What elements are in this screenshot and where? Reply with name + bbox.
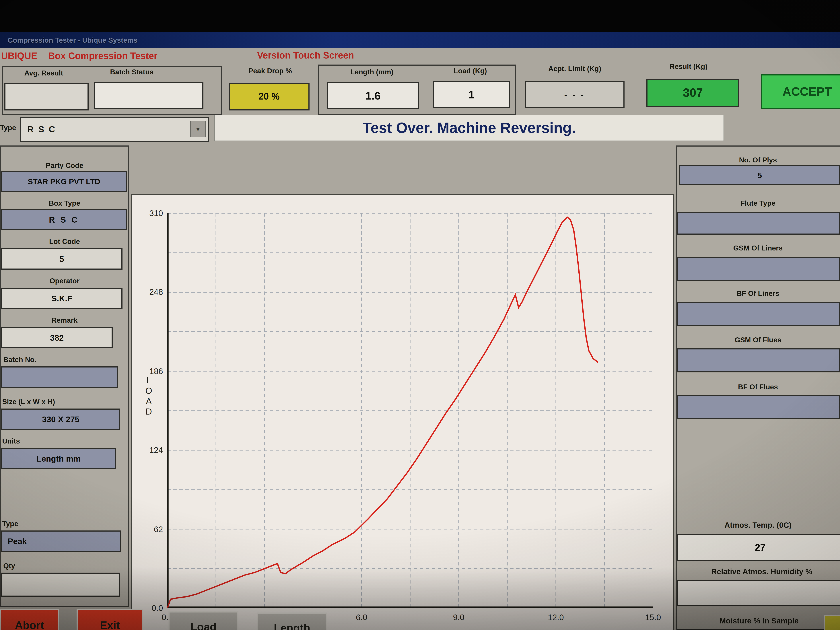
x-axis-tick: 9.0: [445, 613, 472, 622]
batch-no-label: Batch No.: [1, 355, 130, 364]
chevron-down-icon[interactable]: ▼: [190, 121, 205, 137]
units-field[interactable]: Length mm: [1, 448, 116, 469]
y-axis-tick: 310: [133, 208, 163, 218]
box-type-label: Box Type: [1, 199, 128, 207]
accept-button[interactable]: ACCEPT: [761, 74, 840, 109]
humidity-field[interactable]: [677, 580, 840, 606]
load-curve: [167, 217, 598, 608]
load-label: Load (Kg): [432, 67, 508, 75]
window-titlebar: Compression Tester - Ubique Systems: [0, 32, 840, 48]
y-axis-title: L O A D: [143, 375, 154, 417]
type-selector-label: Type: [0, 123, 19, 132]
batch-status-field: [94, 82, 204, 109]
no-of-plys-field[interactable]: 5: [679, 165, 840, 185]
chart-panel: 0.0621241862483100.03.06.09.012.015.0 L …: [131, 194, 674, 630]
batch-status-label: Batch Status: [96, 68, 167, 76]
peak-drop-label: Peak Drop %: [232, 67, 308, 75]
length-field: 1.6: [327, 82, 419, 109]
avg-result-label: Avg. Result: [5, 69, 82, 77]
result-label: Result (Kg): [650, 62, 727, 71]
peak-drop-field: 20 %: [229, 83, 309, 111]
result-field: 307: [646, 79, 739, 107]
box-type-field[interactable]: R S C: [1, 209, 127, 230]
remark-label: Remark: [1, 316, 128, 324]
y-axis-tick: 124: [133, 445, 163, 455]
yellow-button-fragment[interactable]: [824, 615, 840, 630]
atmos-temp-label: Atmos. Temp. (0C): [677, 521, 839, 529]
status-message-bar: Test Over. Machine Reversing.: [215, 115, 724, 141]
exit-button[interactable]: Exit: [77, 609, 143, 630]
test-type-label: Type: [1, 519, 129, 528]
app-window: UBIQUE Box Compression Tester Version To…: [0, 48, 840, 630]
moisture-field[interactable]: [677, 629, 840, 630]
lot-code-label: Lot Code: [1, 237, 128, 246]
bf-of-liners-label: BF Of Liners: [677, 289, 839, 297]
gsm-of-flues-field[interactable]: [677, 348, 840, 373]
x-axis-tick: 15.0: [640, 613, 666, 622]
test-type-field[interactable]: Peak: [1, 531, 122, 552]
box-type-dropdown[interactable]: R S C ▼: [20, 117, 209, 142]
y-axis-tick: 62: [133, 524, 163, 534]
abort-button[interactable]: Abort: [0, 609, 59, 630]
size-label: Size (L x W x H): [1, 398, 129, 406]
no-of-plys-label: No. Of Plys: [677, 156, 839, 164]
monitor-bezel: [0, 0, 840, 32]
brand-text: UBIQUE: [1, 51, 37, 62]
qty-field[interactable]: [1, 573, 120, 597]
lot-code-field[interactable]: 5: [1, 248, 123, 270]
flute-type-label: Flute Type: [677, 199, 839, 207]
party-code-field[interactable]: STAR PKG PVT LTD: [1, 171, 127, 192]
moisture-label: Moisture % In Sample: [677, 616, 840, 625]
operator-field[interactable]: S.K.F: [1, 287, 123, 309]
load-field: 1: [433, 81, 510, 108]
status-message: Test Over. Machine Reversing.: [363, 120, 576, 137]
monitor-photo: Compression Tester - Ubique Systems UBIQ…: [0, 0, 840, 630]
operator-label: Operator: [1, 277, 128, 285]
remark-field[interactable]: 382: [1, 327, 113, 348]
box-type-dropdown-value: R S C: [21, 125, 56, 134]
length-button[interactable]: Length: [257, 613, 327, 630]
bf-of-liners-field[interactable]: [677, 302, 840, 326]
y-axis-tick: 248: [133, 287, 163, 297]
party-code-label: Party Code: [1, 161, 128, 169]
qty-label: Qty: [1, 562, 130, 570]
gsm-of-flues-label: GSM Of Flues: [677, 336, 839, 344]
acpt-limit-label: Acpt. Limit (Kg): [526, 65, 624, 73]
batch-no-field[interactable]: [1, 366, 118, 388]
gsm-of-liners-field[interactable]: [677, 257, 840, 281]
bf-of-flues-field[interactable]: [677, 395, 840, 419]
flute-type-field[interactable]: [677, 212, 840, 235]
atmos-temp-field[interactable]: 27: [677, 534, 840, 561]
bf-of-flues-label: BF Of Flues: [677, 383, 839, 391]
window-title: Compression Tester - Ubique Systems: [0, 36, 137, 44]
length-label: Length (mm): [328, 68, 415, 76]
acpt-limit-field: - - -: [525, 81, 625, 108]
left-parameters-panel: Party Code STAR PKG PVT LTD Box Type R S…: [0, 145, 129, 607]
y-axis-tick: 186: [133, 366, 163, 376]
size-field[interactable]: 330 X 275: [1, 409, 120, 430]
humidity-label: Relative Atmos. Humidity %: [677, 567, 840, 576]
load-button[interactable]: Load: [169, 611, 238, 630]
units-label: Units: [1, 437, 129, 445]
app-title: Box Compression Tester: [48, 51, 158, 62]
right-parameters-panel: No. Of Plys 5 Flute Type GSM Of Liners B…: [676, 145, 840, 630]
gsm-of-liners-label: GSM Of Liners: [677, 244, 839, 252]
app-header: UBIQUE Box Compression Tester Version To…: [0, 49, 840, 63]
x-axis-tick: 12.0: [543, 613, 569, 622]
avg-result-field: [5, 83, 88, 111]
x-axis-tick: 6.0: [349, 613, 375, 622]
app-version: Version Touch Screen: [257, 50, 354, 61]
load-length-chart: [167, 213, 653, 608]
